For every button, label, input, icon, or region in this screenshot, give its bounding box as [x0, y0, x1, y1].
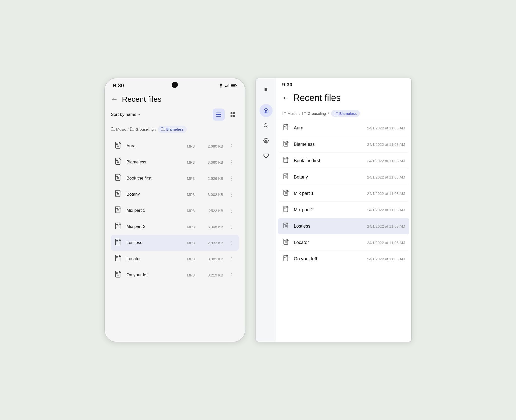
svg-rect-6 — [236, 85, 237, 86]
breadcrumb-blameless[interactable]: Blameless — [158, 126, 187, 133]
tablet-file-item[interactable]: Mix part 1 24/1/2022 at 11:03 AM — [278, 185, 409, 202]
svg-point-53 — [265, 140, 267, 142]
file-size: 3,060 KB — [203, 160, 223, 164]
tablet-file-icon — [282, 255, 290, 263]
phone-page-header: ← Recent files — [111, 91, 239, 109]
svg-rect-7 — [231, 85, 235, 87]
file-more-button[interactable]: ⋮ — [227, 206, 236, 215]
sort-button[interactable]: Sort by name ▾ — [111, 112, 140, 117]
folder-icon-3 — [161, 127, 165, 131]
sidebar-item-settings[interactable] — [260, 134, 273, 147]
breadcrumb-music[interactable]: Music — [111, 127, 126, 131]
file-name: Lostless — [126, 240, 183, 245]
tablet-file-name: Lostless — [294, 224, 364, 229]
sort-chevron-icon: ▾ — [138, 113, 140, 117]
list-view-button[interactable] — [213, 109, 225, 121]
tablet-back-button[interactable]: ← — [282, 94, 289, 102]
sidebar-item-favorites[interactable] — [260, 149, 273, 162]
tablet-file-item[interactable]: Mix part 2 24/1/2022 at 11:03 AM — [278, 202, 409, 218]
file-more-button[interactable]: ⋮ — [227, 223, 236, 231]
svg-point-0 — [221, 87, 221, 88]
battery-icon — [231, 84, 237, 87]
tablet-breadcrumb: Music / Grouseling / Blameless — [276, 107, 411, 120]
file-type: MP3 — [187, 160, 200, 164]
file-icon — [114, 270, 123, 279]
file-name: Aura — [126, 144, 183, 149]
sidebar-item-home[interactable] — [260, 104, 273, 117]
phone-frame: 9:30 — [104, 78, 245, 342]
svg-rect-12 — [233, 112, 235, 114]
file-type: MP3 — [187, 144, 200, 148]
file-name: Botany — [126, 192, 183, 197]
tablet-file-name: Aura — [294, 125, 364, 131]
folder-icon — [111, 127, 115, 131]
back-button[interactable]: ← — [111, 95, 118, 103]
file-more-button[interactable]: ⋮ — [227, 255, 236, 263]
file-icon — [114, 142, 123, 151]
phone-file-item[interactable]: Botany MP3 3,002 KB ⋮ — [111, 186, 239, 202]
phone-file-item[interactable]: Aura MP3 2,680 KB ⋮ — [111, 138, 239, 154]
file-name: Locator — [126, 256, 183, 261]
tablet-breadcrumb-music-label: Music — [287, 111, 297, 116]
file-more-button[interactable]: ⋮ — [227, 158, 236, 166]
camera-dot — [172, 82, 178, 88]
tablet-breadcrumb-blameless[interactable]: Blameless — [331, 110, 360, 117]
file-more-button[interactable]: ⋮ — [227, 174, 236, 182]
tablet-folder-icon-2 — [302, 112, 306, 115]
tablet-header: ← Recent files — [276, 90, 411, 107]
tablet-breadcrumb-music[interactable]: Music — [282, 111, 297, 116]
hamburger-icon[interactable]: ≡ — [261, 83, 271, 96]
phone-file-item[interactable]: Locator MP3 3,381 KB ⋮ — [111, 251, 239, 267]
phone-time: 9:30 — [113, 82, 124, 89]
tablet-file-name: Mix part 1 — [294, 191, 364, 196]
phone-file-item[interactable]: Mix part 1 MP3 2522 KB ⋮ — [111, 202, 239, 219]
phone-file-item[interactable]: Book the first MP3 2,526 KB ⋮ — [111, 170, 239, 186]
file-more-button[interactable]: ⋮ — [227, 190, 236, 198]
phone-file-item[interactable]: Lostless MP3 2,833 KB ⋮ — [111, 235, 239, 251]
breadcrumb-grouseling-label: Grouseling — [136, 127, 154, 131]
tablet-file-item[interactable]: Blameless 24/1/2022 at 11:03 AM — [278, 136, 409, 153]
phone-breadcrumb: Music / Grouseling / Blameless — [111, 126, 239, 133]
home-icon — [263, 108, 269, 113]
breadcrumb-grouseling[interactable]: Grouseling — [130, 127, 154, 131]
svg-rect-1 — [225, 86, 226, 87]
file-name: On your left — [126, 272, 183, 277]
tablet-time: 9:30 — [282, 82, 292, 87]
file-type: MP3 — [187, 273, 200, 277]
tablet-file-item[interactable]: Book the first 24/1/2022 at 11:03 AM — [278, 153, 409, 169]
tablet-breadcrumb-blameless-label: Blameless — [339, 111, 357, 116]
file-type: MP3 — [187, 225, 200, 229]
phone-file-list: Aura MP3 2,680 KB ⋮ Blameless MP3 3,060 … — [111, 138, 239, 283]
view-toggle — [213, 109, 239, 121]
tablet-file-date: 24/1/2022 at 11:03 AM — [367, 208, 405, 212]
tablet-file-icon — [282, 206, 290, 214]
phone-status-bar: 9:30 — [105, 78, 245, 91]
list-view-icon — [216, 113, 221, 117]
tablet-folder-icon-1 — [282, 112, 286, 115]
tablet-breadcrumb-sep-2: / — [328, 112, 329, 116]
tablet-file-item[interactable]: On your left 24/1/2022 at 11:03 AM — [278, 251, 409, 267]
file-type: MP3 — [187, 257, 200, 261]
svg-rect-4 — [229, 84, 230, 87]
file-more-button[interactable]: ⋮ — [227, 142, 236, 150]
folder-icon-2 — [130, 127, 134, 131]
file-more-button[interactable]: ⋮ — [227, 239, 236, 247]
phone-file-item[interactable]: On your left MP3 3,219 KB ⋮ — [111, 267, 239, 283]
file-more-button[interactable]: ⋮ — [227, 271, 236, 279]
file-size: 3,002 KB — [203, 192, 223, 197]
tablet-file-icon — [282, 124, 290, 132]
file-icon — [114, 174, 123, 183]
sidebar-item-search[interactable] — [260, 119, 273, 132]
tablet-file-item[interactable]: Locator 24/1/2022 at 11:03 AM — [278, 234, 409, 251]
tablet-breadcrumb-grouseling[interactable]: Grouseling — [302, 111, 326, 116]
file-icon — [114, 222, 123, 231]
phone-file-item[interactable]: Mix part 2 MP3 3,305 KB ⋮ — [111, 219, 239, 235]
phone-file-item[interactable]: Blameless MP3 3,060 KB ⋮ — [111, 154, 239, 170]
tablet-file-item[interactable]: Botany 24/1/2022 at 11:03 AM — [278, 169, 409, 185]
grid-view-button[interactable] — [227, 109, 239, 121]
tablet-file-item[interactable]: Lostless 24/1/2022 at 11:03 AM — [278, 218, 409, 234]
tablet-file-name: Botany — [294, 174, 364, 180]
tablet-file-date: 24/1/2022 at 11:03 AM — [367, 126, 405, 130]
tablet-file-item[interactable]: Aura 24/1/2022 at 11:03 AM — [278, 120, 409, 136]
file-size: 2522 KB — [203, 208, 223, 213]
